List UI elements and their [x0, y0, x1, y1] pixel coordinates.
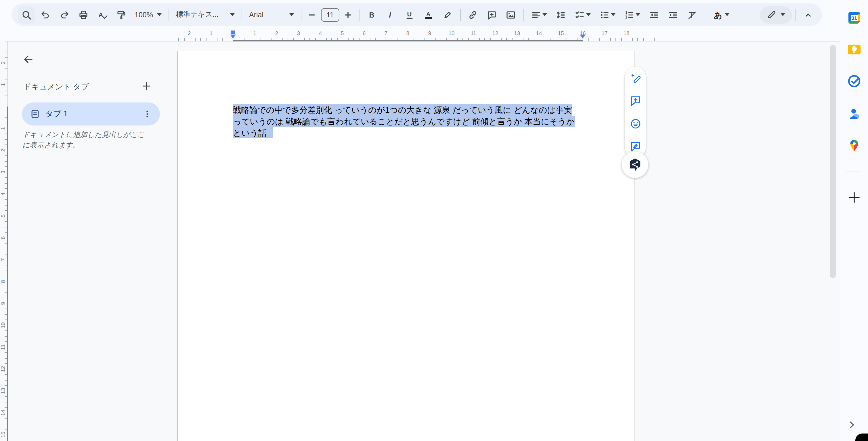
- zoom-select[interactable]: 100%: [131, 6, 166, 23]
- text-line[interactable]: 戦略論での中で多分差別化 っていうのが1つの大きな 源泉 だっていう風に どんな…: [233, 105, 587, 116]
- svg-text:U: U: [407, 10, 412, 18]
- google-maps-button[interactable]: [844, 136, 864, 155]
- google-calendar-button[interactable]: 31: [844, 8, 864, 28]
- insert-link-button[interactable]: [464, 6, 482, 23]
- ruler-label: 12: [0, 365, 6, 372]
- ruler-tick: [632, 38, 632, 41]
- google-contacts-button[interactable]: [844, 104, 864, 123]
- ruler-tick: [5, 101, 7, 101]
- google-docs-window: 21123456789101112131415161718 2112345678…: [0, 0, 868, 441]
- plus-icon: [142, 82, 150, 90]
- divider: [359, 9, 360, 21]
- selected-text[interactable]: 戦略論での中で多分差別化 っていうのが1つの大きな 源泉 だっていう風に どんな…: [233, 104, 572, 115]
- sidebar-item-tab1[interactable]: タブ 1: [22, 102, 160, 125]
- text-color-button[interactable]: A: [420, 6, 437, 23]
- ruler-label: 7: [0, 256, 6, 263]
- chevron-down-icon: [230, 13, 235, 16]
- help-me-write-icon: [629, 72, 641, 84]
- ruler-label: 11: [470, 30, 476, 36]
- input-tools-icon: あ: [713, 9, 723, 20]
- google-keep-icon: [847, 42, 861, 56]
- svg-text:I: I: [389, 11, 392, 19]
- numbered-list-button[interactable]: 123: [621, 6, 644, 23]
- ruler-label: 15: [0, 431, 6, 438]
- ruler-label: 4: [319, 30, 322, 36]
- sidebar-helper-text: ドキュメントに追加した見出しがここに表示されます。: [23, 130, 149, 150]
- document-text[interactable]: 戦略論での中で多分差別化 っていうのが1つの大きな 源泉 だっていう風に どんな…: [233, 105, 587, 139]
- addon-button[interactable]: [622, 151, 648, 178]
- ruler-tick: [610, 38, 611, 41]
- add-comment-button[interactable]: [625, 90, 646, 112]
- highlight-color-button[interactable]: [439, 6, 457, 23]
- font-select[interactable]: Arial: [245, 6, 298, 23]
- increase-font-size-button[interactable]: [341, 6, 355, 23]
- decrease-indent-button[interactable]: [646, 6, 663, 23]
- increase-indent-icon: [668, 9, 679, 20]
- back-arrow-icon: [23, 54, 34, 65]
- paint-format-button[interactable]: [113, 6, 130, 23]
- pencil-icon: [767, 10, 777, 20]
- input-tools-button[interactable]: あ: [709, 6, 733, 23]
- ruler-tick: [227, 38, 228, 41]
- ruler-tick: [5, 95, 7, 96]
- redo-button[interactable]: [56, 6, 73, 23]
- first-line-indent-marker[interactable]: [231, 30, 235, 34]
- vertical-ruler-active-segment: [7, 106, 8, 441]
- add-comment-icon: [629, 95, 641, 107]
- tab-label: タブ 1: [45, 109, 68, 119]
- ruler-label: 18: [623, 30, 629, 36]
- text-line[interactable]: っていうのは 戦略論でも言われていることだと思うんですけど 前傾と言うか 本当に…: [233, 116, 587, 128]
- horizontal-ruler[interactable]: 21123456789101112131415161718: [5, 29, 840, 41]
- ruler-label: 6: [363, 30, 366, 36]
- ruler-label: 13: [0, 387, 6, 394]
- ruler-label: 14: [536, 30, 542, 36]
- ruler-label: 5: [341, 30, 344, 36]
- checklist-button[interactable]: [571, 6, 594, 23]
- divider: [168, 9, 169, 21]
- paragraph-style-select[interactable]: 標準テキス...: [172, 6, 239, 23]
- selected-text[interactable]: っていうのは 戦略論でも言われていることだと思うんですけど 前傾と言うか 本当に…: [233, 116, 575, 127]
- text-line[interactable]: という話: [233, 127, 587, 139]
- font-value: Arial: [249, 11, 264, 19]
- get-addons-button[interactable]: [844, 188, 864, 207]
- increase-indent-button[interactable]: [665, 6, 682, 23]
- underline-button[interactable]: U: [401, 6, 418, 23]
- google-calendar-icon: 31: [847, 11, 861, 25]
- align-button[interactable]: [528, 6, 551, 23]
- font-size-input[interactable]: 11: [321, 8, 339, 22]
- add-tab-button[interactable]: [138, 78, 154, 93]
- bold-button[interactable]: B: [363, 6, 380, 23]
- ruler-label: 8: [406, 30, 409, 36]
- bulleted-list-button[interactable]: [596, 6, 619, 23]
- chevron-down-icon: [611, 13, 616, 16]
- insert-image-button[interactable]: [502, 6, 520, 23]
- vertical-scrollbar[interactable]: [830, 45, 836, 278]
- ruler-tick: [5, 74, 7, 74]
- print-button[interactable]: [74, 6, 92, 23]
- undo-button[interactable]: [36, 6, 54, 23]
- line-spacing-button[interactable]: [553, 6, 570, 23]
- right-indent-marker[interactable]: [580, 34, 585, 38]
- chevron-down-icon: [543, 13, 547, 16]
- editing-mode-button[interactable]: [760, 6, 792, 23]
- close-sidebar-button[interactable]: [20, 51, 37, 68]
- help-me-write-button[interactable]: [625, 67, 646, 90]
- google-tasks-button[interactable]: [844, 71, 864, 91]
- collapse-toolbar-button[interactable]: [799, 6, 816, 23]
- add-comment-button[interactable]: [484, 6, 501, 23]
- ruler-label: 3: [297, 30, 300, 36]
- italic-button[interactable]: I: [382, 6, 400, 23]
- tab-options-button[interactable]: [141, 107, 154, 121]
- selected-text[interactable]: という話: [233, 127, 273, 139]
- show-side-panel-button[interactable]: [844, 418, 860, 432]
- decrease-font-size-button[interactable]: [305, 6, 319, 23]
- google-keep-button[interactable]: [844, 40, 864, 59]
- ruler-tick: [621, 38, 622, 41]
- emoji-reaction-button[interactable]: [625, 112, 646, 135]
- left-indent-marker[interactable]: [230, 34, 236, 38]
- insert-image-icon: [506, 9, 516, 20]
- clear-formatting-button[interactable]: [684, 6, 701, 23]
- search-menus-button[interactable]: [18, 6, 35, 23]
- spell-check-button[interactable]: A: [93, 6, 111, 23]
- ruler-label: 14: [0, 409, 6, 416]
